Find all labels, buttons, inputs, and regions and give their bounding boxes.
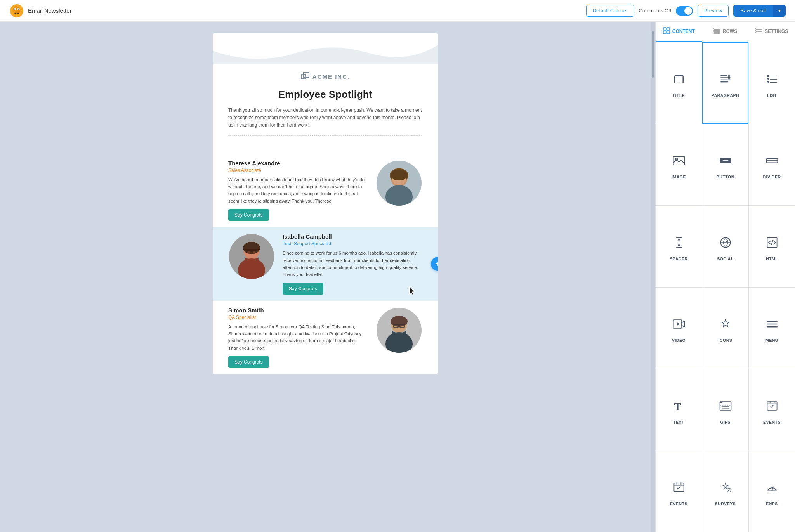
content-item-paragraph[interactable]: PARAGRAPH <box>702 42 748 124</box>
content-item-text[interactable]: T TEXT <box>656 369 702 451</box>
svg-rect-37 <box>714 33 720 33</box>
events-label: EVENTS <box>763 420 781 425</box>
employee-avatar-3 <box>376 307 422 354</box>
right-panel: CONTENT ROWS <box>655 22 795 532</box>
employee-section-2: Isabella Campbell Tech Support Specialis… <box>213 227 438 301</box>
content-item-html[interactable]: HTML <box>749 206 795 287</box>
employee-name-1: Therese Alexandre <box>228 160 368 166</box>
employee-section-1: Therese Alexandre Sales Associate We've … <box>213 154 438 227</box>
employee-section-3: Simon Smith QA Specialist A round of app… <box>213 301 438 374</box>
svg-rect-36 <box>714 30 720 32</box>
tab-content[interactable]: CONTENT <box>656 22 702 42</box>
employee-role-3: QA Specialist <box>228 315 368 320</box>
page-title: Email Newsletter <box>28 7 72 14</box>
content-item-surveys[interactable]: SURVEYS <box>702 451 748 532</box>
button-label: BUTTON <box>716 175 734 179</box>
social-label: SOCIAL <box>717 256 734 261</box>
preview-button[interactable]: Preview <box>698 5 729 17</box>
svg-rect-32 <box>667 28 670 30</box>
paragraph-icon <box>716 70 735 88</box>
employee-role-2: Tech Support Specialist <box>283 241 422 246</box>
rows-tab-icon <box>713 27 720 36</box>
acme-logo: ACME INC. <box>301 72 350 81</box>
paragraph-label: PARAGRAPH <box>712 93 739 98</box>
tab-rows[interactable]: ROWS <box>702 22 749 42</box>
html-label: HTML <box>766 256 778 261</box>
image-icon <box>670 151 688 170</box>
enps-label: ENPS <box>766 501 778 506</box>
svg-point-6 <box>15 11 19 13</box>
content-item-menu[interactable]: MENU <box>749 288 795 369</box>
congrats-btn-3[interactable]: Say Congrats <box>228 356 269 368</box>
svg-point-4 <box>14 8 16 9</box>
email-intro-text: Thank you all so much for your dedicatio… <box>228 107 422 129</box>
content-item-image[interactable]: IMAGE <box>656 124 702 206</box>
email-logo-area: ACME INC. <box>213 64 438 85</box>
enps-icon <box>763 478 781 497</box>
icons-label: ICONS <box>719 338 733 343</box>
content-item-divider[interactable]: DIVIDER <box>749 124 795 206</box>
content-item-enps[interactable]: ENPS <box>749 451 795 532</box>
avatar-image-2 <box>228 233 275 280</box>
svg-rect-38 <box>756 28 762 29</box>
svg-point-22 <box>253 251 255 254</box>
content-item-title[interactable]: TITLE <box>656 42 702 124</box>
employee-avatar-1 <box>376 160 422 206</box>
employee-role-1: Sales Associate <box>228 168 368 173</box>
employee-inner-3: Simon Smith QA Specialist A round of app… <box>228 307 422 368</box>
menu-label: MENU <box>765 338 778 343</box>
add-section-button[interactable]: + <box>431 257 438 271</box>
content-item-events2[interactable]: EVENTS <box>656 451 702 532</box>
content-item-video[interactable]: VIDEO <box>656 288 702 369</box>
congrats-btn-1[interactable]: Say Congrats <box>228 209 269 221</box>
save-exit-caret-button[interactable]: ▼ <box>773 5 786 17</box>
content-item-spacer[interactable]: SPACER <box>656 206 702 287</box>
content-grid: TITLE PARAGRAPH <box>656 42 795 532</box>
svg-rect-34 <box>667 31 670 34</box>
content-item-events[interactable]: EVENTS <box>749 369 795 451</box>
divider-icon <box>763 151 781 170</box>
employee-text-2: Isabella Campbell Tech Support Specialis… <box>283 233 422 295</box>
tab-content-label: CONTENT <box>672 29 695 34</box>
svg-text:T: T <box>674 401 681 412</box>
employee-desc-2: Since coming to work for us 6 months ago… <box>283 250 422 278</box>
svg-point-26 <box>391 316 408 327</box>
list-label: LIST <box>767 93 777 98</box>
email-divider <box>228 135 422 136</box>
comments-toggle[interactable] <box>676 6 693 16</box>
email-canvas: ACME INC. Employee Spotlight Thank you a… <box>213 33 438 374</box>
email-spotlight-title: Employee Spotlight <box>228 88 422 101</box>
content-item-button[interactable]: BUTTON <box>702 124 748 206</box>
title-label: TITLE <box>673 93 685 98</box>
employee-text-1: Therese Alexandre Sales Associate We've … <box>228 160 368 221</box>
content-item-gifs[interactable]: GIFS <box>702 369 748 451</box>
scrollbar[interactable] <box>651 22 655 532</box>
icons-icon <box>716 315 735 333</box>
congrats-btn-2[interactable]: Say Congrats <box>283 283 323 295</box>
save-exit-button[interactable]: Save & exit <box>733 5 773 17</box>
tab-settings[interactable]: SETTINGS <box>748 22 795 42</box>
employee-inner-2: Isabella Campbell Tech Support Specialis… <box>228 233 422 295</box>
scrollbar-thumb[interactable] <box>652 31 654 78</box>
employee-text-3: Simon Smith QA Specialist A round of app… <box>228 307 368 368</box>
tab-settings-label: SETTINGS <box>765 29 788 34</box>
employee-name-3: Simon Smith <box>228 307 368 314</box>
employee-avatar-2 <box>228 233 275 280</box>
svg-rect-8 <box>304 73 309 77</box>
button-icon <box>716 151 735 170</box>
social-icon <box>716 233 735 252</box>
avatar-image-1 <box>376 160 422 206</box>
svg-rect-49 <box>767 75 769 77</box>
svg-point-87 <box>771 490 773 491</box>
content-item-icons[interactable]: ICONS <box>702 288 748 369</box>
content-item-social[interactable]: SOCIAL <box>702 206 748 287</box>
main-layout: ACME INC. Employee Spotlight Thank you a… <box>0 22 795 532</box>
svg-rect-35 <box>714 28 720 29</box>
svg-point-19 <box>243 242 260 254</box>
email-wave-top <box>213 33 438 64</box>
content-item-list[interactable]: LIST <box>749 42 795 124</box>
svg-point-21 <box>248 251 250 254</box>
svg-rect-31 <box>663 28 666 30</box>
list-icon <box>763 70 781 88</box>
default-colours-button[interactable]: Default Colours <box>586 5 634 17</box>
